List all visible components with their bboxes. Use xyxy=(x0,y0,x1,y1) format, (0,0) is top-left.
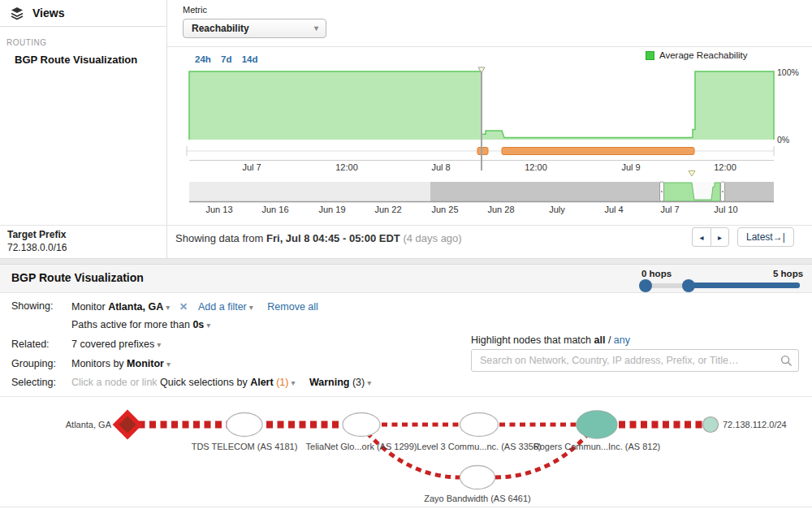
brush-tick: Jul 10 xyxy=(714,205,737,214)
highlight-nodes-line: Highlight nodes that match all / any xyxy=(471,334,630,346)
add-a-filter-link[interactable]: Add a filter▾ xyxy=(198,301,253,313)
chevron-down-icon: ▾ xyxy=(291,378,295,387)
monitor-name: Atlanta, GA xyxy=(108,301,163,313)
metric-selected-value: Reachability xyxy=(192,23,249,34)
reachability-timeline-chart: 100% 0% Jul 7 12:00 Jul 8 12:00 Jul 9 12… xyxy=(166,49,812,221)
quick-selections: Quick selections by Alert (1)▾ Warning (… xyxy=(160,377,371,388)
node-label: Rogers Commun...Inc. (AS 812) xyxy=(533,442,661,451)
chevron-down-icon: ▾ xyxy=(157,340,161,349)
brush-tick: Jul 7 xyxy=(660,205,679,214)
highlight-all-toggle[interactable]: all xyxy=(594,334,606,346)
metric-label: Metric xyxy=(183,5,207,15)
brush-marker-flag-icon[interactable] xyxy=(689,171,695,177)
divider xyxy=(0,225,812,226)
related-row-label: Related: xyxy=(11,339,50,350)
route-link-curved[interactable] xyxy=(367,433,460,477)
brush-handle-left[interactable] xyxy=(660,182,664,201)
grouping-dropdown[interactable]: Monitors by Monitor▾ xyxy=(71,358,171,369)
brush-tick: Jun 16 xyxy=(261,205,288,214)
views-header: Views xyxy=(0,0,166,27)
showing-row-label: Showing: xyxy=(11,300,53,312)
brush-tick: Jun 22 xyxy=(374,205,401,214)
hops-slider-handle-left[interactable] xyxy=(639,279,652,292)
alert-band-short[interactable] xyxy=(477,148,488,155)
warning-count: (3) xyxy=(352,377,365,388)
divider xyxy=(167,46,812,47)
monitor-filter[interactable]: Monitor Atlanta, GA▾ xyxy=(71,301,170,313)
node-label: Level 3 Commu...nc. (AS 3356) xyxy=(417,442,541,451)
monitor-node-atlanta[interactable] xyxy=(113,410,143,440)
remove-filter-icon[interactable]: ✕ xyxy=(179,301,188,313)
showing-data-status: Showing data from Fri, Jul 8 04:45 - 05:… xyxy=(175,232,462,244)
views-title: Views xyxy=(32,6,64,19)
y-axis-max-label: 100% xyxy=(777,67,799,77)
status-ago: (4 days ago) xyxy=(403,232,461,244)
grouping-prefix: Monitors by xyxy=(71,358,124,369)
alert-band-long[interactable] xyxy=(502,148,694,155)
brush-handle-right[interactable] xyxy=(721,182,725,201)
alert-count: (1) xyxy=(276,377,288,388)
bgp-route-visualization-app: Views ROUTING BGP Route Visualization Ta… xyxy=(0,0,812,509)
axis-tick: 12:00 xyxy=(714,162,736,172)
sidebar-item-bgp-route-visualization[interactable]: BGP Route Visualization xyxy=(15,54,137,66)
search-input[interactable] xyxy=(471,349,799,372)
grouping-value: Monitor xyxy=(127,358,164,369)
highlight-prefix: Highlight nodes that match xyxy=(471,334,591,346)
add-a-filter-label: Add a filter xyxy=(198,301,247,313)
hops-slider-fill xyxy=(689,283,800,288)
hops-min-label: 0 hops xyxy=(641,269,672,278)
as-node-rogers-selected[interactable] xyxy=(577,411,617,438)
alert-quick-selection[interactable]: Alert (1)▾ xyxy=(250,377,298,388)
timeline-nav-buttons: ◂ ▸ xyxy=(692,227,729,247)
axis-tick: Jul 9 xyxy=(621,162,640,172)
covered-prefixes-dropdown[interactable]: 7 covered prefixes▾ xyxy=(71,339,161,350)
axis-tick: 12:00 xyxy=(525,162,547,172)
axis-tick: Jul 8 xyxy=(431,162,450,172)
chevron-down-icon: ▾ xyxy=(206,321,210,330)
as-node-zayo[interactable] xyxy=(460,466,495,490)
hops-slider-handle-right[interactable] xyxy=(682,279,695,292)
brush-tick: July xyxy=(549,205,565,214)
alert-name: Alert xyxy=(250,377,273,388)
chevron-down-icon: ▾ xyxy=(314,19,318,37)
as-node-tds-telecom[interactable] xyxy=(227,413,262,437)
axis-tick: Jul 7 xyxy=(242,162,261,172)
chevron-down-icon: ▾ xyxy=(367,378,371,387)
highlight-any-toggle[interactable]: any xyxy=(614,334,630,346)
overview-brush[interactable] xyxy=(189,171,774,202)
brush-tick: Jun 28 xyxy=(487,205,514,214)
warning-name: Warning xyxy=(309,377,350,388)
monitor-prefix: Monitor xyxy=(71,301,106,313)
as-node-level3[interactable] xyxy=(460,413,499,437)
paths-active-filter[interactable]: Paths active for more than 0s▾ xyxy=(71,319,210,330)
node-label: Zayo Bandwidth (AS 6461) xyxy=(424,494,530,503)
highlight-search xyxy=(471,349,799,372)
remove-all-link[interactable]: Remove all xyxy=(267,301,318,313)
paths-active-prefix: Paths active for more than xyxy=(71,319,190,330)
as-node-telianet[interactable] xyxy=(343,413,380,437)
highlight-separator: / xyxy=(608,334,611,346)
selecting-hint: Click a node or link xyxy=(71,377,158,388)
source-node-label: Atlanta, GA xyxy=(66,420,112,429)
y-axis-min-label: 0% xyxy=(777,135,789,145)
warning-quick-selection[interactable]: Warning (3)▾ xyxy=(309,377,371,388)
node-label: TDS TELECOM (AS 4181) xyxy=(192,442,298,451)
prefix-node[interactable] xyxy=(703,417,719,433)
brush-tick: Jul 4 xyxy=(604,205,623,214)
prev-round-button[interactable]: ◂ xyxy=(692,227,710,247)
chevron-down-icon: ▾ xyxy=(249,303,253,312)
divider xyxy=(0,507,812,507)
chevron-down-icon: ▾ xyxy=(166,303,170,312)
brush-tick: Jun 19 xyxy=(318,205,345,214)
quick-selections-prefix: Quick selections by xyxy=(160,377,248,388)
status-prefix: Showing data from xyxy=(175,232,263,244)
metric-dropdown[interactable]: Reachability ▾ xyxy=(183,19,326,38)
status-time-range: Fri, Jul 8 04:45 - 05:00 EDT xyxy=(266,232,400,244)
latest-button[interactable]: Latest→| xyxy=(737,227,794,247)
route-panel-title: BGP Route Visualization xyxy=(11,271,144,284)
layers-icon xyxy=(10,6,24,20)
search-icon xyxy=(780,355,793,367)
brush-tick: Jun 13 xyxy=(205,205,232,214)
next-round-button[interactable]: ▸ xyxy=(710,227,729,247)
selecting-row-label: Selecting: xyxy=(11,377,56,388)
